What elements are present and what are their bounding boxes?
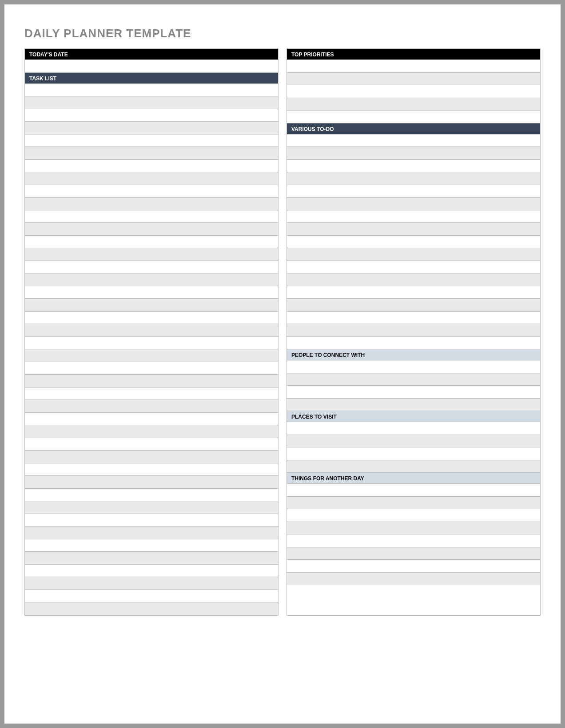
task-row[interactable]: [25, 539, 278, 552]
another-day-row[interactable]: [287, 497, 540, 510]
task-row[interactable]: [25, 400, 278, 413]
task-row[interactable]: [25, 324, 278, 337]
todo-row[interactable]: [287, 210, 540, 223]
task-row[interactable]: [25, 413, 278, 426]
places-to-visit-header: PLACES TO VISIT: [287, 411, 540, 422]
task-row[interactable]: [25, 172, 278, 185]
todo-row[interactable]: [287, 147, 540, 160]
todo-row[interactable]: [287, 223, 540, 236]
task-row[interactable]: [25, 299, 278, 312]
date-input-row[interactable]: [25, 60, 278, 73]
columns-container: TODAY'S DATE TASK LIST: [24, 48, 541, 616]
todo-row[interactable]: [287, 248, 540, 261]
task-row[interactable]: [25, 96, 278, 109]
places-row[interactable]: [287, 435, 540, 448]
task-row[interactable]: [25, 135, 278, 147]
another-day-row[interactable]: [287, 534, 540, 547]
todo-row[interactable]: [287, 337, 540, 350]
todo-row[interactable]: [287, 299, 540, 312]
task-row[interactable]: [25, 501, 278, 514]
todays-date-header: TODAY'S DATE: [25, 49, 278, 60]
page-title: DAILY PLANNER TEMPLATE: [24, 27, 541, 40]
task-row[interactable]: [25, 451, 278, 463]
top-priorities-header: TOP PRIORITIES: [287, 49, 540, 60]
task-row[interactable]: [25, 273, 278, 286]
todo-row[interactable]: [287, 312, 540, 324]
task-row[interactable]: [25, 109, 278, 122]
another-day-row[interactable]: [287, 560, 540, 573]
task-row[interactable]: [25, 463, 278, 476]
priority-row[interactable]: [287, 85, 540, 98]
task-row[interactable]: [25, 438, 278, 451]
task-row[interactable]: [25, 198, 278, 210]
task-row[interactable]: [25, 349, 278, 362]
another-day-row[interactable]: [287, 484, 540, 497]
task-row[interactable]: [25, 552, 278, 565]
task-row[interactable]: [25, 375, 278, 388]
places-row[interactable]: [287, 422, 540, 435]
task-row[interactable]: [25, 236, 278, 249]
people-row[interactable]: [287, 399, 540, 411]
priority-row[interactable]: [287, 98, 540, 111]
task-row[interactable]: [25, 223, 278, 236]
todo-row[interactable]: [287, 261, 540, 274]
todo-row[interactable]: [287, 286, 540, 299]
another-day-row[interactable]: [287, 509, 540, 522]
task-row[interactable]: [25, 286, 278, 299]
task-row[interactable]: [25, 147, 278, 160]
todo-row[interactable]: [287, 273, 540, 286]
task-row[interactable]: [25, 210, 278, 223]
task-row[interactable]: [25, 476, 278, 489]
people-row[interactable]: [287, 373, 540, 386]
task-row[interactable]: [25, 425, 278, 438]
task-list-header: TASK LIST: [25, 73, 278, 84]
todo-row[interactable]: [287, 324, 540, 337]
task-row[interactable]: [25, 160, 278, 173]
people-row[interactable]: [287, 360, 540, 373]
things-for-another-day-header: THINGS FOR ANOTHER DAY: [287, 473, 540, 484]
task-row[interactable]: [25, 602, 278, 615]
another-day-row[interactable]: [287, 547, 540, 560]
another-day-row[interactable]: [287, 573, 540, 586]
todo-row[interactable]: [287, 185, 540, 198]
todo-row[interactable]: [287, 198, 540, 210]
task-row[interactable]: [25, 514, 278, 527]
task-row[interactable]: [25, 526, 278, 539]
task-row[interactable]: [25, 122, 278, 135]
task-row[interactable]: [25, 489, 278, 502]
right-column: TOP PRIORITIES VARIOUS TO-DO PEOPL: [286, 48, 541, 616]
left-column: TODAY'S DATE TASK LIST: [24, 48, 279, 616]
todo-row[interactable]: [287, 160, 540, 173]
priority-row[interactable]: [287, 111, 540, 123]
task-row[interactable]: [25, 337, 278, 350]
task-row[interactable]: [25, 248, 278, 261]
task-row[interactable]: [25, 577, 278, 590]
task-row[interactable]: [25, 362, 278, 375]
places-row[interactable]: [287, 447, 540, 460]
task-row[interactable]: [25, 84, 278, 97]
places-row[interactable]: [287, 460, 540, 473]
task-row[interactable]: [25, 185, 278, 198]
task-row[interactable]: [25, 312, 278, 324]
people-to-connect-header: PEOPLE TO CONNECT WITH: [287, 349, 540, 360]
task-row[interactable]: [25, 565, 278, 578]
people-row[interactable]: [287, 386, 540, 399]
todo-row[interactable]: [287, 172, 540, 185]
todo-row[interactable]: [287, 135, 540, 147]
planner-page: DAILY PLANNER TEMPLATE TODAY'S DATE TASK…: [4, 4, 561, 724]
todo-row[interactable]: [287, 236, 540, 249]
priority-row[interactable]: [287, 73, 540, 86]
task-row[interactable]: [25, 261, 278, 274]
task-row[interactable]: [25, 388, 278, 400]
another-day-row[interactable]: [287, 522, 540, 535]
various-todo-header: VARIOUS TO-DO: [287, 123, 540, 135]
task-row[interactable]: [25, 590, 278, 603]
priority-row[interactable]: [287, 60, 540, 73]
